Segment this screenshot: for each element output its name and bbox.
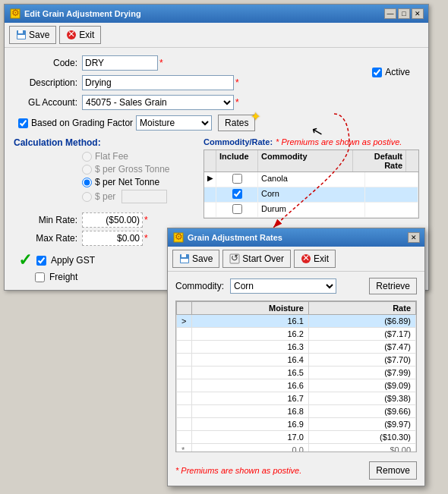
- commodity-label: Commodity:: [175, 281, 224, 291]
- per-gross-row: $ per Gross Tonne: [82, 164, 196, 175]
- indicator-7: [177, 392, 192, 405]
- commodity-table-header: Include Commodity Default Rate: [204, 150, 418, 172]
- freight-checkbox[interactable]: [35, 272, 45, 282]
- rate-row-new[interactable]: * 0.0 $0.00: [177, 444, 416, 453]
- calc-method-title: Calculation Method:: [14, 137, 196, 148]
- rate-row-4[interactable]: 16.4 ($7.70): [177, 354, 416, 367]
- rate-row-5[interactable]: 16.5 ($7.99): [177, 367, 416, 379]
- commodity-row-corn[interactable]: Corn: [204, 187, 418, 203]
- active-section: Active: [372, 67, 410, 77]
- active-checkbox[interactable]: [372, 68, 382, 77]
- col-include: Include: [216, 150, 258, 171]
- grading-factor-select[interactable]: Moisture: [136, 115, 212, 131]
- maximize-button[interactable]: □: [398, 8, 410, 19]
- per-gross-label: $ per Gross Tonne: [95, 164, 170, 175]
- main-toolbar: Save ✕ Exit: [5, 23, 428, 48]
- rate-row-7[interactable]: 16.7 ($9.38): [177, 392, 416, 405]
- svg-rect-3: [18, 30, 23, 33]
- row-indicator-canola: ▶: [204, 172, 216, 187]
- indicator-8: [177, 405, 192, 418]
- rate-row-6[interactable]: 16.6 ($9.09): [177, 379, 416, 392]
- rate-row-8[interactable]: 16.8 ($9.66): [177, 405, 416, 418]
- commodity-select-row: Commodity: Corn Retrieve: [175, 278, 417, 294]
- desc-required: *: [235, 77, 239, 88]
- exit-icon: ✕: [66, 30, 77, 40]
- code-input[interactable]: [82, 55, 158, 71]
- row-commodity-durum: Durum: [258, 203, 365, 217]
- rate-row-3[interactable]: 16.3 ($7.47): [177, 341, 416, 354]
- min-required: *: [144, 215, 148, 225]
- gl-account-row: GL Account: 45075 - Sales Grain *: [14, 95, 419, 110]
- indicator-new: *: [177, 444, 192, 453]
- remove-button[interactable]: Remove: [369, 461, 417, 480]
- per-net-label: $ per Net Tonne: [95, 177, 159, 187]
- retrieve-button[interactable]: Retrieve: [369, 278, 417, 294]
- max-rate-input[interactable]: [82, 231, 143, 246]
- rates-content: Commodity: Corn Retrieve Moisture Rate: [168, 272, 424, 458]
- commodity-row-durum[interactable]: Durum: [204, 203, 418, 218]
- row-indicator-corn: [204, 187, 216, 202]
- close-button[interactable]: ✕: [412, 8, 424, 19]
- rate-new: $0.00: [308, 444, 415, 453]
- rates-save-button[interactable]: Save: [172, 250, 219, 268]
- row-indicator-durum: [204, 203, 216, 217]
- rate-row-1[interactable]: > 16.1 ($6.89): [177, 315, 416, 328]
- row-commodity-canola: Canola: [258, 172, 365, 187]
- indicator-9: [177, 418, 192, 431]
- rate-6: ($9.09): [308, 379, 415, 392]
- rates-toolbar: Save ↺ Start Over ✕ Exit: [168, 247, 424, 272]
- svg-text:✕: ✕: [68, 30, 75, 39]
- rates-table-container[interactable]: Moisture Rate > 16.1 ($6.89) 16.2 ($7.17…: [175, 300, 417, 452]
- commodity-select[interactable]: Corn: [230, 278, 336, 294]
- main-title-text: Edit Grain Adjustment Drying: [24, 9, 141, 18]
- rate-row-10[interactable]: 17.0 ($10.30): [177, 431, 416, 444]
- minimize-button[interactable]: —: [384, 8, 396, 19]
- rate-row-9[interactable]: 16.9 ($9.97): [177, 418, 416, 431]
- retrieve-label: Retrieve: [376, 281, 410, 291]
- col-moisture-header: Moisture: [192, 302, 309, 315]
- rates-exit-label: Exit: [314, 253, 329, 264]
- col-default-rate: Default Rate: [353, 150, 406, 171]
- exit-button[interactable]: ✕ Exit: [59, 26, 101, 44]
- rates-title-bar: ⚙ Grain Adjustment Rates ✕: [168, 228, 424, 247]
- per-label: $ per: [95, 191, 115, 202]
- moisture-2: 16.2: [192, 328, 309, 341]
- apply-gst-label: Apply GST: [51, 255, 95, 266]
- gl-account-select[interactable]: 45075 - Sales Grain: [82, 95, 234, 110]
- rates-save-label: Save: [192, 253, 213, 264]
- code-label: Code:: [14, 58, 82, 68]
- rates-button[interactable]: Rates ✦: [218, 115, 255, 131]
- save-button[interactable]: Save: [9, 26, 56, 44]
- svg-rect-4: [17, 35, 25, 39]
- start-over-button[interactable]: ↺ Start Over: [222, 250, 291, 268]
- code-required: *: [159, 58, 163, 68]
- rate-10: ($10.30): [308, 431, 415, 444]
- svg-text:✕: ✕: [302, 253, 310, 263]
- per-net-row: $ per Net Tonne: [82, 177, 196, 187]
- moisture-8: 16.8: [192, 405, 309, 418]
- commodity-row-canola[interactable]: ▶ Canola: [204, 172, 418, 187]
- min-rate-input[interactable]: [82, 212, 143, 228]
- based-on-checkbox[interactable]: [18, 118, 28, 128]
- row-rate-corn: [365, 187, 418, 202]
- apply-gst-checkbox[interactable]: [36, 256, 46, 266]
- description-input[interactable]: [82, 75, 234, 90]
- rate-row-2[interactable]: 16.2 ($7.17): [177, 328, 416, 341]
- per-net-radio[interactable]: [82, 178, 92, 187]
- save-icon: [16, 30, 27, 40]
- per-custom-row: $ per: [82, 190, 196, 203]
- code-row: Code: * Active: [14, 55, 419, 71]
- rates-popup: ⚙ Grain Adjustment Rates ✕ Save: [167, 228, 425, 486]
- premium-note-main: * Premiums are shown as postive.: [276, 137, 402, 146]
- rates-close-button[interactable]: ✕: [408, 232, 420, 243]
- per-custom-radio: [82, 192, 92, 202]
- rate-9: ($9.97): [308, 418, 415, 431]
- col-rate-header: Rate: [308, 302, 415, 315]
- rates-starburst: ✦: [251, 109, 260, 124]
- rates-title-text: Grain Adjustment Rates: [188, 233, 282, 242]
- exit-label: Exit: [79, 30, 94, 40]
- rates-exit-button[interactable]: ✕ Exit: [294, 250, 336, 268]
- moisture-7: 16.7: [192, 392, 309, 405]
- flat-fee-label: Flat Fee: [95, 151, 128, 162]
- rate-5: ($7.99): [308, 367, 415, 379]
